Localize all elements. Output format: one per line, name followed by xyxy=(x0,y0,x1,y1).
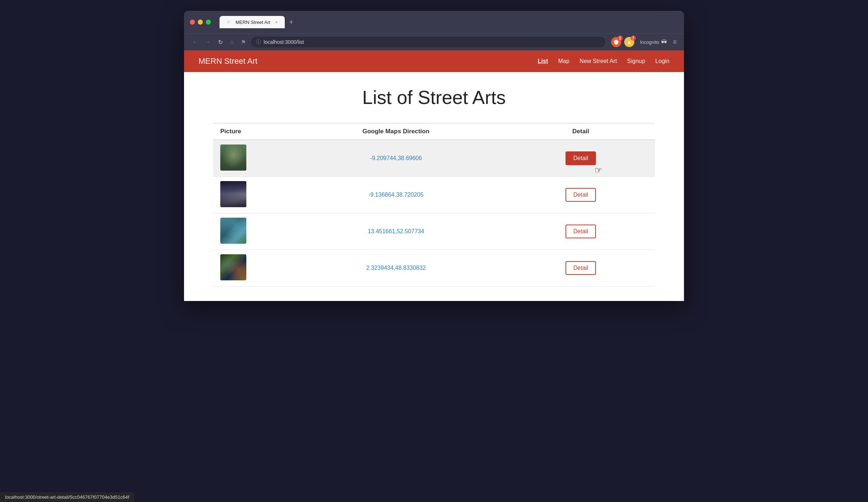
incognito-text: Incognito xyxy=(640,39,659,45)
cell-detail-4: Detail xyxy=(506,250,655,286)
menu-button[interactable]: ≡ xyxy=(671,37,678,47)
status-bar: localhost:3000/street-art-detail/5cc0467… xyxy=(0,492,134,502)
table-row: 2.3239434,48.8330832 Detail xyxy=(213,250,655,286)
nav-links: List Map New Street Art Signup Login xyxy=(538,58,669,64)
nav-link-map[interactable]: Map xyxy=(558,58,569,64)
cell-coords-3: 13.451661,52.507734 xyxy=(285,213,506,250)
browser-titlebar: ⚛ MERN Street Art × + xyxy=(184,11,684,33)
coords-link-1[interactable]: -9.209744,38.69606 xyxy=(293,155,499,162)
art-thumbnail-3 xyxy=(220,218,246,244)
extensions-area: 1 ▲ 7 Incognito 🕶 ≡ xyxy=(611,37,678,47)
cell-detail-2: Detail xyxy=(506,177,655,213)
art-thumbnail-2 xyxy=(220,181,246,207)
detail-button-wrapper-1: Detail ☞ xyxy=(566,151,596,165)
reload-button[interactable]: ↻ xyxy=(216,37,225,47)
cell-coords-2: -9.136864,38.720205 xyxy=(285,177,506,213)
detail-button-2[interactable]: Detail xyxy=(566,188,596,202)
cell-detail-1: Detail ☞ xyxy=(506,140,655,177)
cell-coords-4: 2.3239434,48.8330832 xyxy=(285,250,506,286)
maximize-window-button[interactable] xyxy=(206,20,211,25)
security-icon: ⓘ xyxy=(256,39,261,45)
detail-button-1[interactable]: Detail xyxy=(566,151,596,165)
address-bar[interactable]: ⓘ localhost:3000/list xyxy=(251,37,605,47)
coords-link-3[interactable]: 13.451661,52.507734 xyxy=(293,228,499,235)
tab-title: MERN Street Art xyxy=(235,20,270,25)
nav-link-signup[interactable]: Signup xyxy=(627,58,645,64)
alert-badge: 7 xyxy=(631,35,636,41)
cell-detail-3: Detail xyxy=(506,213,655,250)
browser-toolbar: ← → ↻ ⌂ ⚑ ⓘ localhost:3000/list 1 ▲ 7 xyxy=(184,33,684,50)
app-content: MERN Street Art List Map New Street Art … xyxy=(184,50,684,301)
art-thumbnail-4 xyxy=(220,254,246,280)
nav-link-new-street-art[interactable]: New Street Art xyxy=(580,58,617,64)
url-text: localhost:3000/list xyxy=(264,39,600,45)
traffic-lights xyxy=(190,20,211,25)
col-coords: Google Maps Direction xyxy=(285,124,506,140)
cell-picture-4 xyxy=(213,250,285,286)
coords-link-4[interactable]: 2.3239434,48.8330832 xyxy=(293,265,499,271)
page-title: List of Street Arts xyxy=(213,87,655,108)
home-button[interactable]: ⌂ xyxy=(228,37,236,47)
close-window-button[interactable] xyxy=(190,20,195,25)
minimize-window-button[interactable] xyxy=(198,20,203,25)
table-row: 13.451661,52.507734 Detail xyxy=(213,213,655,250)
bookmark-button[interactable]: ⚑ xyxy=(239,37,248,47)
alert-extension[interactable]: ▲ 7 xyxy=(624,37,634,47)
app-navbar: MERN Street Art List Map New Street Art … xyxy=(184,50,684,72)
active-tab[interactable]: ⚛ MERN Street Art × xyxy=(220,16,285,28)
detail-button-3[interactable]: Detail xyxy=(566,225,596,238)
react-icon: ⚛ xyxy=(225,19,232,25)
status-url: localhost:3000/street-art-detail/5cc0467… xyxy=(5,494,129,500)
col-picture: Picture xyxy=(213,124,285,140)
cell-coords-1: -9.209744,38.69606 xyxy=(285,140,506,177)
app-brand-link[interactable]: MERN Street Art xyxy=(199,57,258,66)
table-row: -9.136864,38.720205 Detail xyxy=(213,177,655,213)
coords-link-2[interactable]: -9.136864,38.720205 xyxy=(293,192,499,198)
street-art-table: Picture Google Maps Direction Detail -9.… xyxy=(213,124,655,286)
cell-picture-2 xyxy=(213,177,285,213)
incognito-label: Incognito 🕶 xyxy=(640,39,667,45)
brave-extension[interactable]: 1 xyxy=(611,37,621,47)
back-button[interactable]: ← xyxy=(190,37,200,47)
cell-picture-3 xyxy=(213,213,285,250)
table-header: Picture Google Maps Direction Detail xyxy=(213,124,655,140)
cell-picture-1 xyxy=(213,140,285,177)
glasses-icon: 🕶 xyxy=(661,39,667,45)
cursor-icon: ☞ xyxy=(594,165,602,175)
detail-button-4[interactable]: Detail xyxy=(566,261,596,275)
table-row: -9.209744,38.69606 Detail ☞ xyxy=(213,140,655,177)
nav-link-list[interactable]: List xyxy=(538,58,548,64)
nav-link-login[interactable]: Login xyxy=(655,58,669,64)
col-detail: Detail xyxy=(506,124,655,140)
forward-button[interactable]: → xyxy=(203,37,213,47)
browser-window: ⚛ MERN Street Art × + ← → ↻ ⌂ ⚑ ⓘ localh… xyxy=(184,11,684,301)
main-content: List of Street Arts Picture Google Maps … xyxy=(184,72,684,301)
art-thumbnail-1 xyxy=(220,145,246,171)
tab-bar: ⚛ MERN Street Art × + xyxy=(220,16,296,28)
brave-badge: 1 xyxy=(618,35,623,41)
new-tab-button[interactable]: + xyxy=(286,18,296,26)
tab-close-button[interactable]: × xyxy=(274,20,279,25)
